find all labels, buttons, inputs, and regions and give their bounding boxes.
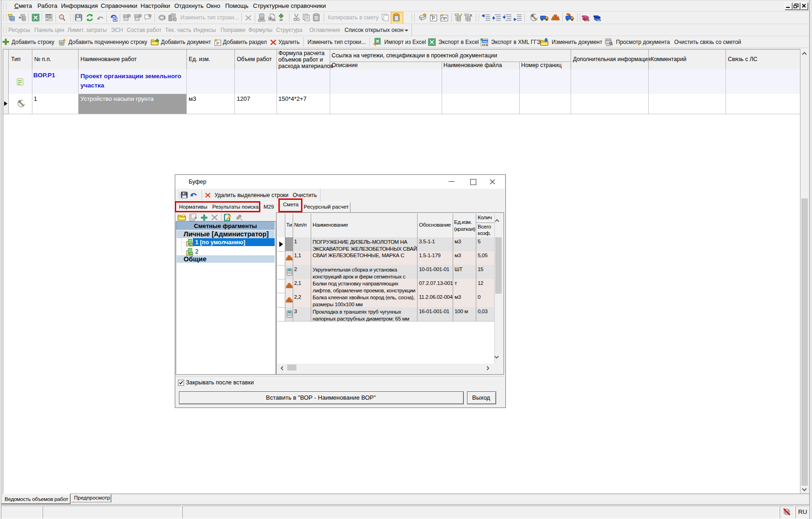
- svg-text:P: P: [216, 41, 219, 46]
- svg-text:ПР: ПР: [441, 16, 447, 21]
- svg-text:ГГЭ: ГГЭ: [482, 43, 488, 46]
- svg-text:PDF: PDF: [46, 15, 52, 18]
- svg-text:P: P: [432, 16, 435, 21]
